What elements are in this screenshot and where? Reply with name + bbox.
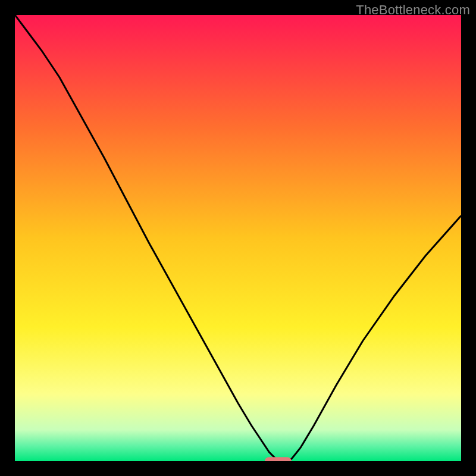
plot-area <box>15 15 461 461</box>
gradient-background <box>15 15 461 461</box>
target-marker <box>265 457 292 461</box>
chart-svg <box>15 15 461 461</box>
chart-stage: TheBottleneck.com <box>0 0 476 476</box>
